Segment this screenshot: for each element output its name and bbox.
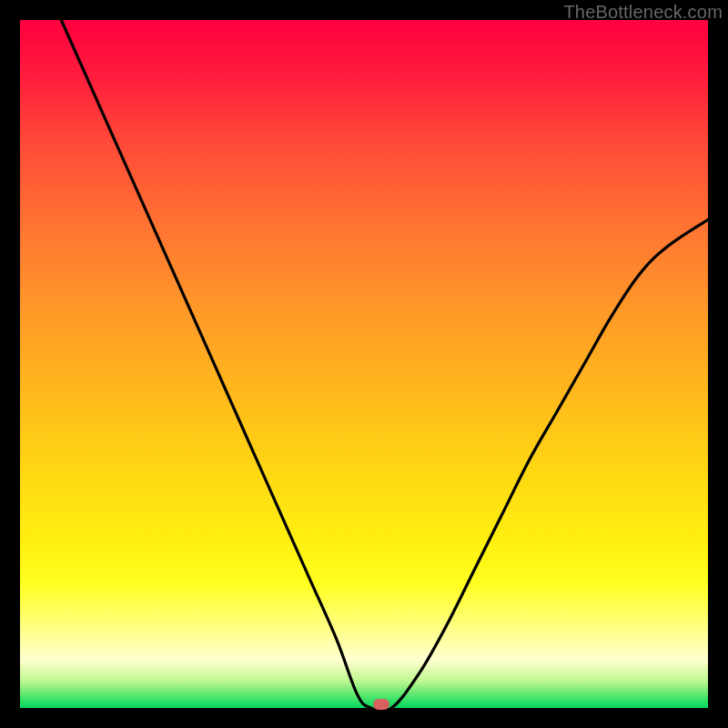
optimal-marker [373,699,389,710]
chart-container: TheBottleneck.com [0,0,728,728]
bottleneck-curve [20,20,708,708]
watermark: TheBottleneck.com [563,2,723,23]
